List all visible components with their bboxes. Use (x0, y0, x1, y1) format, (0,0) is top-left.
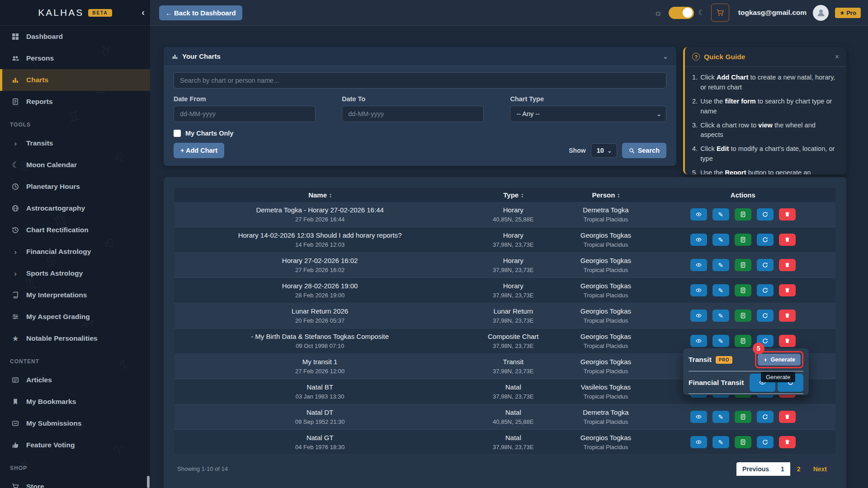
transit-button[interactable] (757, 310, 774, 322)
view-button[interactable] (690, 436, 707, 448)
sidebar-item-transits[interactable]: ›Transits (0, 132, 150, 154)
view-button[interactable] (690, 259, 707, 271)
transit-button[interactable] (757, 411, 774, 423)
sidebar-item-reports[interactable]: Reports (0, 91, 150, 113)
back-to-dashboard-button[interactable]: ← Back to Dashboard (159, 5, 242, 20)
pagination-1[interactable]: 1 (775, 462, 790, 476)
sidebar-item-chart-rectification[interactable]: Chart Rectification (0, 219, 150, 241)
delete-button[interactable] (779, 284, 796, 296)
avatar[interactable] (813, 5, 829, 21)
report-button[interactable] (735, 284, 751, 296)
date-to-input[interactable] (342, 106, 484, 122)
sidebar-item-planetary-hours[interactable]: Planetary Hours (0, 176, 150, 197)
edit-button[interactable]: ✎ (712, 208, 729, 221)
report-button[interactable] (735, 335, 751, 347)
search-input[interactable] (174, 72, 666, 89)
view-button[interactable] (690, 335, 707, 347)
view-button[interactable] (690, 310, 707, 322)
table-row[interactable]: Lunar Return 202620 Feb 2026 05:37Lunar … (175, 303, 835, 328)
column-header-person[interactable]: Person▴▾ (561, 188, 650, 202)
view-button[interactable] (690, 284, 707, 296)
pro-badge[interactable]: ★ Pro (835, 8, 861, 18)
sidebar-item-my-interpretations[interactable]: My Interpretations (0, 284, 150, 306)
edit-button[interactable]: ✎ (712, 310, 729, 322)
pagination-next[interactable]: Next (807, 462, 833, 476)
report-button[interactable] (735, 208, 751, 221)
view-button[interactable] (690, 234, 707, 246)
submission-icon (11, 420, 20, 427)
view-button[interactable] (690, 411, 707, 423)
sidebar-item-astrocartography[interactable]: Astrocartography (0, 197, 150, 219)
delete-button[interactable] (779, 259, 796, 271)
sidebar-scrollbar[interactable] (147, 476, 150, 488)
sidebar-item-my-aspect-grading[interactable]: My Aspect Grading (0, 306, 150, 328)
table-row[interactable]: Demetra Togka - Horary 27-02-2026 16:442… (175, 202, 835, 227)
edit-button[interactable]: ✎ (712, 234, 729, 246)
table-row[interactable]: Horary 28-02-2026 19:0028 Feb 2026 19:00… (175, 278, 835, 303)
transit-button[interactable] (757, 284, 774, 296)
report-button[interactable] (735, 310, 751, 322)
report-button[interactable] (735, 259, 751, 271)
table-row[interactable]: Natal DT09 Sep 1952 21:30Natal40,85N, 25… (175, 404, 835, 430)
sidebar-item-my-bookmarks[interactable]: My Bookmarks (0, 391, 150, 413)
delete-button[interactable] (779, 310, 796, 322)
view-button[interactable] (690, 208, 707, 221)
column-header-name[interactable]: Name▴▾ (175, 188, 465, 202)
search-button[interactable]: Search (622, 143, 666, 158)
sidebar-item-articles[interactable]: Articles (0, 369, 150, 391)
delete-button[interactable] (779, 208, 796, 221)
generate-transit-button[interactable]: Generate (758, 354, 801, 366)
pencil-icon: ✎ (718, 338, 723, 344)
transit-button[interactable] (757, 259, 774, 271)
sidebar-item-charts[interactable]: Charts (0, 69, 150, 91)
transit-button[interactable] (757, 234, 774, 246)
show-count-select[interactable]: 10 ⌄ (591, 143, 617, 158)
table-row[interactable]: Horary 27-02-2026 16:0227 Feb 2026 16:02… (175, 253, 835, 278)
date-to-label: Date To (342, 95, 484, 103)
delete-button[interactable] (779, 234, 796, 246)
edit-button[interactable]: ✎ (712, 411, 729, 423)
close-icon[interactable]: × (835, 53, 839, 61)
sidebar-item-notable-personalities[interactable]: ★Notable Personalities (0, 328, 150, 349)
delete-button[interactable] (779, 335, 796, 347)
pagination-previous[interactable]: Previous (736, 462, 775, 476)
my-charts-only-checkbox[interactable] (174, 130, 181, 137)
transit-button[interactable] (757, 436, 774, 448)
edit-button[interactable]: ✎ (712, 335, 729, 347)
sidebar-collapse-icon[interactable]: ‹ (142, 7, 145, 18)
pagination-2[interactable]: 2 (791, 462, 807, 476)
theme-toggle[interactable] (669, 7, 694, 19)
sidebar-item-sports-astrology[interactable]: ›Sports Astrology (0, 263, 150, 284)
delete-button[interactable] (779, 436, 796, 448)
add-chart-button[interactable]: + Add Chart (174, 143, 224, 158)
column-header-type[interactable]: Type▴▾ (465, 188, 561, 202)
edit-button[interactable]: ✎ (712, 259, 729, 271)
report-button[interactable] (735, 411, 751, 423)
sidebar-section-header: SHOP (0, 456, 150, 476)
report-button[interactable] (735, 234, 751, 246)
cell-main-text: Horary (467, 257, 559, 264)
sidebar-item-persons[interactable]: Persons (0, 47, 150, 69)
column-header-actions: Actions (651, 188, 835, 202)
sidebar-item-my-submissions[interactable]: My Submissions (0, 413, 150, 434)
transit-button[interactable] (757, 208, 774, 221)
report-button[interactable] (735, 436, 751, 448)
delete-button[interactable] (779, 411, 796, 423)
table-row[interactable]: Natal GT04 Feb 1976 18:30Natal37,98N, 23… (175, 430, 835, 455)
cell-sub-text: Tropical Placidus (563, 418, 648, 425)
sidebar-item-feature-voting[interactable]: Feature Voting (0, 434, 150, 456)
cart-button[interactable] (711, 4, 729, 22)
table-row[interactable]: Horary 14-02-2026 12:03 Should I add hor… (175, 227, 835, 253)
panel-collapse-chevron-icon[interactable]: ⌄ (662, 52, 668, 61)
sidebar-item-financial-astrology[interactable]: ›Financial Astrology (0, 241, 150, 263)
edit-button[interactable]: ✎ (712, 284, 729, 296)
report-icon (740, 439, 746, 445)
date-from-input[interactable] (174, 106, 316, 122)
edit-button[interactable]: ✎ (712, 436, 729, 448)
sidebar-item-dashboard[interactable]: Dashboard (0, 26, 150, 47)
sidebar-item-store[interactable]: Store (0, 476, 150, 488)
sidebar-item-moon-calendar[interactable]: ☾Moon Calendar (0, 154, 150, 176)
chart-type-select[interactable]: -- Any -- ⌄ (510, 106, 666, 122)
eye-icon (696, 237, 702, 243)
report-icon (740, 211, 746, 217)
